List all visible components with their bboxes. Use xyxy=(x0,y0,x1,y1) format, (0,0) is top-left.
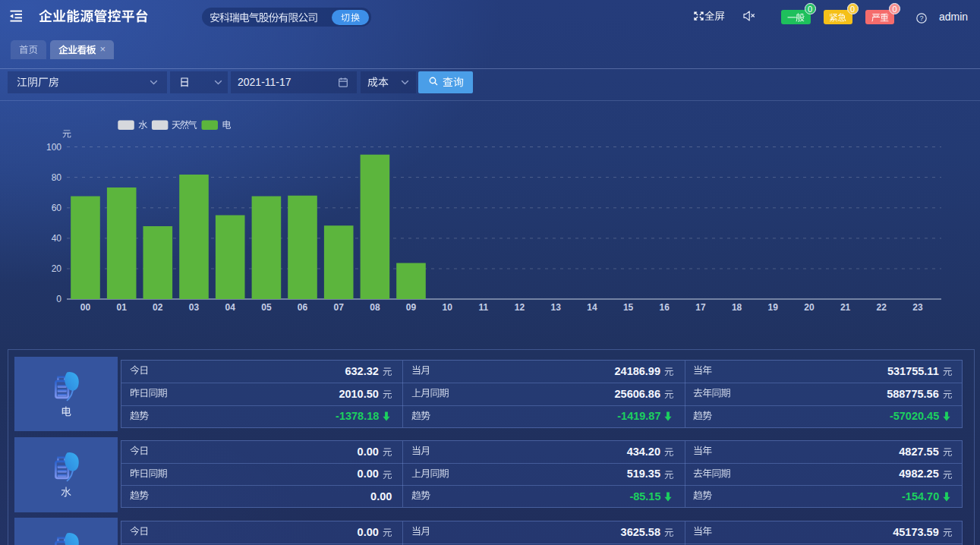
svg-text:04: 04 xyxy=(225,302,236,313)
svg-text:80: 80 xyxy=(52,172,62,183)
svg-text:40: 40 xyxy=(52,233,62,244)
svg-text:16: 16 xyxy=(660,302,670,313)
svg-text:20: 20 xyxy=(52,263,62,274)
svg-text:09: 09 xyxy=(406,302,417,313)
svg-text:23: 23 xyxy=(912,302,923,313)
svg-text:15: 15 xyxy=(623,302,634,313)
svg-text:0: 0 xyxy=(56,294,61,304)
svg-text:22: 22 xyxy=(877,302,887,313)
svg-text:100: 100 xyxy=(46,142,61,153)
svg-text:10: 10 xyxy=(443,302,453,313)
svg-text:08: 08 xyxy=(370,302,380,313)
svg-text:17: 17 xyxy=(695,302,706,313)
svg-text:03: 03 xyxy=(189,302,200,313)
svg-text:60: 60 xyxy=(52,203,62,213)
svg-text:12: 12 xyxy=(515,302,525,313)
svg-text:19: 19 xyxy=(768,302,779,313)
svg-text:06: 06 xyxy=(298,302,308,313)
svg-text:07: 07 xyxy=(334,302,345,313)
svg-text:00: 00 xyxy=(80,302,91,313)
svg-text:?: ? xyxy=(919,14,923,22)
svg-text:02: 02 xyxy=(153,302,163,313)
svg-text:21: 21 xyxy=(840,302,851,313)
svg-text:01: 01 xyxy=(117,302,128,313)
svg-text:14: 14 xyxy=(587,302,597,313)
svg-text:18: 18 xyxy=(732,302,742,313)
svg-text:20: 20 xyxy=(804,302,815,313)
svg-text:05: 05 xyxy=(261,302,272,313)
svg-text:11: 11 xyxy=(479,302,489,313)
svg-text:13: 13 xyxy=(551,302,562,313)
